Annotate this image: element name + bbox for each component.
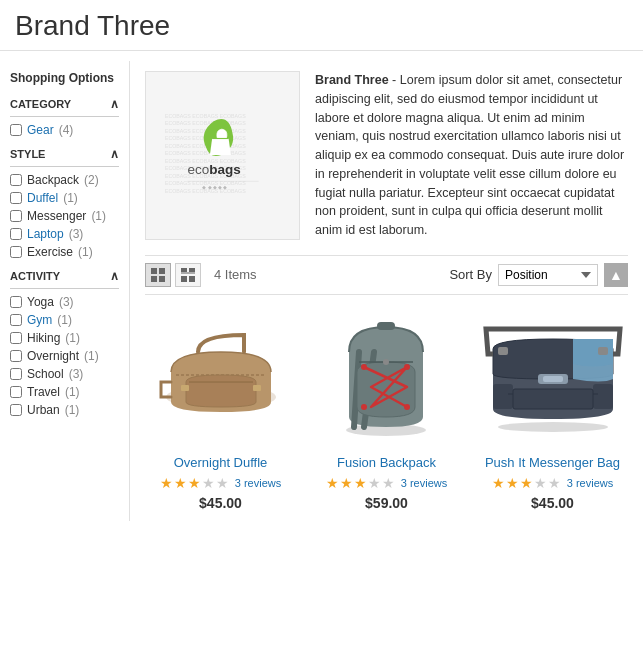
filter-gym-link[interactable]: Gym xyxy=(27,313,52,327)
svg-rect-15 xyxy=(151,268,157,274)
product-reviews-push-it-messenger-bag: ★★★★★ 3 reviews xyxy=(477,475,628,491)
product-review-link-push-it-messenger-bag[interactable]: 3 reviews xyxy=(567,477,613,489)
filter-gear-checkbox[interactable] xyxy=(10,124,22,136)
style-header[interactable]: STYLE ∧ xyxy=(10,147,119,167)
brand-name: Brand Three xyxy=(315,73,389,87)
svg-text:ECOBAGS ECOBAGS ECOBAGS: ECOBAGS ECOBAGS ECOBAGS xyxy=(164,113,245,119)
sort-area: Sort By Position Name Price ▲ xyxy=(449,263,628,287)
filter-gear-count: (4) xyxy=(59,123,74,137)
style-section: STYLE ∧ Backpack (2) Duffel (1) Messenge… xyxy=(10,147,119,259)
filter-school-label: School xyxy=(27,367,64,381)
product-name-push-it-messenger-bag[interactable]: Push It Messenger Bag xyxy=(477,455,628,470)
filter-yoga-checkbox[interactable] xyxy=(10,296,22,308)
filter-backpack-count: (2) xyxy=(84,173,99,187)
activity-header[interactable]: ACTIVITY ∧ xyxy=(10,269,119,289)
filter-school-count: (3) xyxy=(69,367,84,381)
product-stars-fusion-backpack: ★★★★★ xyxy=(326,475,396,491)
category-header[interactable]: CATEGORY ∧ xyxy=(10,97,119,117)
filter-backpack[interactable]: Backpack (2) xyxy=(10,173,119,187)
list-icon xyxy=(181,268,195,282)
brand-desc-text: - Lorem ipsum dolor sit amet, consectetu… xyxy=(315,73,624,237)
svg-rect-22 xyxy=(181,276,187,282)
style-label: STYLE xyxy=(10,148,45,160)
filter-overnight-label: Overnight xyxy=(27,349,79,363)
filter-exercise[interactable]: Exercise (1) xyxy=(10,245,119,259)
filter-yoga[interactable]: Yoga (3) xyxy=(10,295,119,309)
filter-travel-count: (1) xyxy=(65,385,80,399)
svg-text:ECOBAGS ECOBAGS ECOBAGS: ECOBAGS ECOBAGS ECOBAGS xyxy=(164,150,245,156)
svg-rect-42 xyxy=(493,384,513,409)
product-reviews-fusion-backpack: ★★★★★ 3 reviews xyxy=(311,475,462,491)
filter-exercise-label: Exercise xyxy=(27,245,73,259)
product-image-overnight-duffle xyxy=(156,317,286,437)
filter-gym-checkbox[interactable] xyxy=(10,314,22,326)
svg-point-31 xyxy=(361,364,367,370)
svg-text:ecobags: ecobags xyxy=(187,162,240,177)
filter-school[interactable]: School (3) xyxy=(10,367,119,381)
filter-hiking-label: Hiking xyxy=(27,331,60,345)
filter-urban-checkbox[interactable] xyxy=(10,404,22,416)
filter-laptop-checkbox[interactable] xyxy=(10,228,22,240)
filter-exercise-checkbox[interactable] xyxy=(10,246,22,258)
filter-duffel-link[interactable]: Duffel xyxy=(27,191,58,205)
filter-hiking-count: (1) xyxy=(65,331,80,345)
product-name-overnight-duffle[interactable]: Overnight Duffle xyxy=(145,455,296,470)
filter-urban-count: (1) xyxy=(65,403,80,417)
product-grid: Overnight Duffle ★★★★★ 3 reviews $45.00 xyxy=(145,307,628,511)
svg-point-37 xyxy=(498,422,608,432)
filter-laptop[interactable]: Laptop (3) xyxy=(10,227,119,241)
filter-overnight-checkbox[interactable] xyxy=(10,350,22,362)
svg-rect-18 xyxy=(159,276,165,282)
product-card-overnight-duffle: Overnight Duffle ★★★★★ 3 reviews $45.00 xyxy=(145,307,296,511)
filter-travel[interactable]: Travel (1) xyxy=(10,385,119,399)
svg-rect-30 xyxy=(377,322,395,330)
filter-travel-checkbox[interactable] xyxy=(10,386,22,398)
filter-messenger-label: Messenger xyxy=(27,209,86,223)
toolbar: 4 Items Sort By Position Name Price ▲ xyxy=(145,255,628,295)
svg-point-36 xyxy=(383,359,389,365)
filter-backpack-checkbox[interactable] xyxy=(10,174,22,186)
product-review-link-fusion-backpack[interactable]: 3 reviews xyxy=(401,477,447,489)
category-chevron-icon: ∧ xyxy=(110,97,119,111)
filter-urban-label: Urban xyxy=(27,403,60,417)
page-title: Brand Three xyxy=(0,0,643,51)
product-name-fusion-backpack[interactable]: Fusion Backpack xyxy=(311,455,462,470)
activity-chevron-icon: ∧ xyxy=(110,269,119,283)
product-image-push-it-messenger-bag xyxy=(483,319,623,434)
product-card-fusion-backpack: Fusion Backpack ★★★★★ 3 reviews $59.00 xyxy=(311,307,462,511)
product-review-link-overnight-duffle[interactable]: 3 reviews xyxy=(235,477,281,489)
product-image-area-overnight-duffle[interactable] xyxy=(145,307,296,447)
filter-duffel-checkbox[interactable] xyxy=(10,192,22,204)
svg-text:◆ ◆ ◆ ◆ ◆: ◆ ◆ ◆ ◆ ◆ xyxy=(202,185,227,190)
filter-gym[interactable]: Gym (1) xyxy=(10,313,119,327)
filter-messenger[interactable]: Messenger (1) xyxy=(10,209,119,223)
filter-urban[interactable]: Urban (1) xyxy=(10,403,119,417)
sort-asc-button[interactable]: ▲ xyxy=(604,263,628,287)
filter-duffel[interactable]: Duffel (1) xyxy=(10,191,119,205)
filter-hiking-checkbox[interactable] xyxy=(10,332,22,344)
filter-school-checkbox[interactable] xyxy=(10,368,22,380)
product-stars-overnight-duffle: ★★★★★ xyxy=(160,475,230,491)
main-content: ECOBAGS ECOBAGS ECOBAGS ECOBAGS ECOBAGS … xyxy=(130,61,643,521)
shopping-options-label: Shopping Options xyxy=(10,71,119,87)
svg-rect-23 xyxy=(189,276,195,282)
filter-hiking[interactable]: Hiking (1) xyxy=(10,331,119,345)
sort-label: Sort By xyxy=(449,267,492,282)
product-image-fusion-backpack xyxy=(329,312,444,442)
filter-gear-link[interactable]: Gear xyxy=(27,123,54,137)
product-image-area-fusion-backpack[interactable] xyxy=(311,307,462,447)
activity-section: ACTIVITY ∧ Yoga (3) Gym (1) Hiking (1) O… xyxy=(10,269,119,417)
sort-asc-icon: ▲ xyxy=(609,267,623,283)
filter-gear[interactable]: Gear (4) xyxy=(10,123,119,137)
product-image-area-push-it-messenger-bag[interactable] xyxy=(477,307,628,447)
product-card-push-it-messenger-bag: Push It Messenger Bag ★★★★★ 3 reviews $4… xyxy=(477,307,628,511)
filter-overnight[interactable]: Overnight (1) xyxy=(10,349,119,363)
list-view-button[interactable] xyxy=(175,263,201,287)
filter-laptop-link[interactable]: Laptop xyxy=(27,227,64,241)
grid-view-button[interactable] xyxy=(145,263,171,287)
product-stars-push-it-messenger-bag: ★★★★★ xyxy=(492,475,562,491)
filter-messenger-checkbox[interactable] xyxy=(10,210,22,222)
svg-rect-28 xyxy=(253,385,261,391)
svg-rect-43 xyxy=(593,384,613,409)
sort-select[interactable]: Position Name Price xyxy=(498,264,598,286)
